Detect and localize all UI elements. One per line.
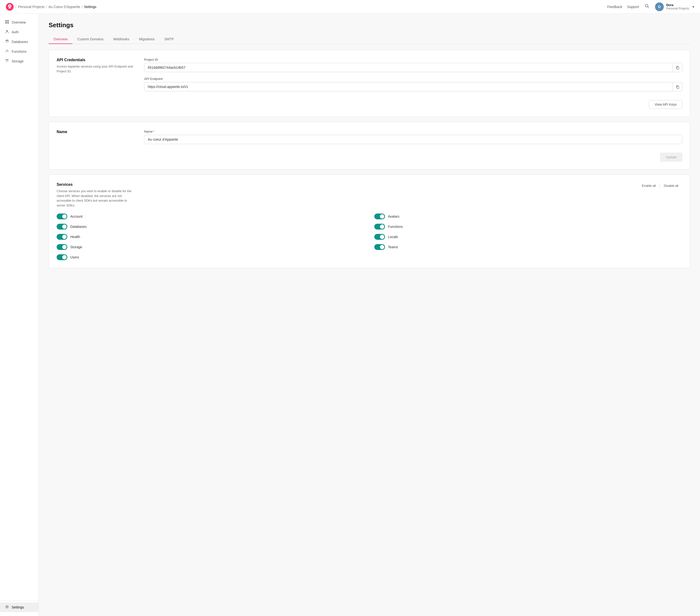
sidebar-bottom: Settings: [0, 600, 39, 612]
svg-point-8: [6, 30, 8, 31]
required-indicator: *: [153, 130, 154, 133]
svg-rect-10: [6, 59, 8, 60]
copy-api-endpoint-button[interactable]: [673, 82, 682, 91]
account-label: Account: [70, 215, 83, 218]
sidebar-item-databases[interactable]: Databases: [0, 37, 39, 47]
project-id-input[interactable]: [144, 63, 682, 72]
teams-label: Teams: [388, 245, 398, 249]
databases-label: Databases: [70, 225, 87, 229]
tab-overview[interactable]: Overview: [49, 35, 72, 44]
sidebar-item-auth[interactable]: Auth: [0, 27, 39, 37]
search-icon: [645, 4, 649, 8]
auth-icon: [5, 30, 9, 35]
api-credentials-desc: Access Appwrite services using your API …: [57, 64, 134, 74]
sidebar-item-overview[interactable]: Overview: [0, 17, 39, 27]
locale-label: Locale: [388, 235, 398, 239]
functions-label: Functions: [388, 225, 403, 229]
breadcrumb: / Personal Projects / Au Coeur D'Appwrit…: [15, 5, 96, 9]
name-input[interactable]: [144, 135, 682, 144]
api-endpoint-input[interactable]: [144, 82, 682, 91]
svg-point-1: [9, 5, 11, 7]
svg-rect-6: [5, 22, 7, 24]
disable-all-button[interactable]: Disable all: [660, 182, 682, 189]
databases-toggle[interactable]: [57, 224, 67, 230]
sidebar-item-label: Overview: [12, 21, 26, 24]
project-id-label: Project ID: [144, 58, 682, 62]
users-label: Users: [70, 255, 79, 259]
storage-toggle[interactable]: [57, 244, 67, 250]
main-content: Settings Overview Custom Domains Webhook…: [39, 14, 700, 616]
svg-point-11: [7, 606, 8, 607]
api-credentials-title: API Credentials: [57, 58, 134, 62]
update-button[interactable]: Update: [660, 153, 682, 162]
copy-project-id-button[interactable]: [673, 63, 682, 72]
tab-smtp[interactable]: SMTP: [160, 35, 179, 44]
view-api-keys-button[interactable]: View API Keys: [649, 100, 682, 109]
sidebar-item-storage[interactable]: Storage: [0, 56, 39, 66]
search-button[interactable]: [644, 3, 650, 11]
avatar: D: [655, 2, 664, 11]
svg-rect-5: [7, 20, 9, 22]
sidebar: Overview Auth Databases Functions Storag…: [0, 14, 39, 616]
services-grid: Account Avatars Databases: [57, 214, 682, 260]
appwrite-logo-icon: [6, 3, 14, 11]
service-item-databases: Databases: [57, 224, 365, 230]
sidebar-item-label: Functions: [12, 50, 26, 53]
sidebar-item-label: Auth: [12, 30, 19, 34]
service-item-locale: Locale: [374, 234, 682, 240]
svg-rect-7: [7, 22, 9, 24]
name-label: Name*: [144, 130, 682, 133]
users-toggle[interactable]: [57, 254, 67, 260]
services-title: Services: [57, 182, 134, 187]
feedback-link[interactable]: Feedback: [607, 5, 622, 9]
databases-icon: [5, 39, 9, 44]
sidebar-item-functions[interactable]: Functions: [0, 47, 39, 56]
breadcrumb-personal-projects[interactable]: Personal Projects: [18, 5, 45, 9]
functions-icon: [5, 49, 9, 54]
storage-label: Storage: [70, 245, 82, 249]
service-item-health: Health: [57, 234, 365, 240]
support-link[interactable]: Support: [627, 5, 639, 9]
user-org: Personal Projects: [666, 7, 689, 10]
service-item-account: Account: [57, 214, 365, 219]
api-endpoint-field: API Endpoint: [144, 77, 682, 91]
page-title: Settings: [49, 21, 690, 29]
topnav: / Personal Projects / Au Coeur D'Appwrit…: [0, 0, 700, 14]
locale-toggle[interactable]: [374, 234, 385, 240]
teams-toggle[interactable]: [374, 244, 385, 250]
tab-migrations[interactable]: Migrations: [134, 35, 160, 44]
breadcrumb-current: Settings: [84, 5, 97, 9]
name-field: Name*: [144, 130, 682, 144]
avatars-label: Avatars: [388, 215, 399, 218]
user-name: Dora: [666, 3, 689, 7]
storage-icon: [5, 59, 9, 64]
logo-link[interactable]: [6, 3, 14, 11]
tab-webhooks[interactable]: Webhooks: [109, 35, 134, 44]
overview-icon: [5, 20, 9, 25]
service-item-users: Users: [57, 254, 365, 260]
enable-all-button[interactable]: Enable all: [638, 182, 660, 189]
svg-line-3: [648, 7, 649, 8]
sidebar-item-label: Storage: [12, 59, 24, 63]
avatars-toggle[interactable]: [374, 214, 385, 219]
chevron-down-icon: ▾: [692, 5, 694, 9]
svg-rect-13: [677, 86, 679, 88]
service-item-functions: Functions: [374, 224, 682, 230]
sidebar-item-label: Settings: [12, 605, 24, 609]
sidebar-item-label: Databases: [12, 40, 28, 44]
settings-icon: [5, 605, 9, 610]
tab-custom-domains[interactable]: Custom Domains: [72, 35, 108, 44]
health-toggle[interactable]: [57, 234, 67, 240]
api-endpoint-label: API Endpoint: [144, 77, 682, 81]
health-label: Health: [70, 235, 80, 239]
name-card: Name Name* Update: [49, 122, 690, 169]
svg-point-9: [5, 40, 9, 41]
services-desc: Choose services you wish to enable or di…: [57, 189, 134, 208]
service-item-avatars: Avatars: [374, 214, 682, 219]
breadcrumb-project[interactable]: Au Coeur D'Appwrite: [49, 5, 80, 9]
functions-toggle[interactable]: [374, 224, 385, 230]
sidebar-item-settings[interactable]: Settings: [0, 602, 39, 612]
user-menu[interactable]: D Dora Personal Projects ▾: [655, 2, 694, 11]
account-toggle[interactable]: [57, 214, 67, 219]
project-id-field: Project ID: [144, 58, 682, 72]
